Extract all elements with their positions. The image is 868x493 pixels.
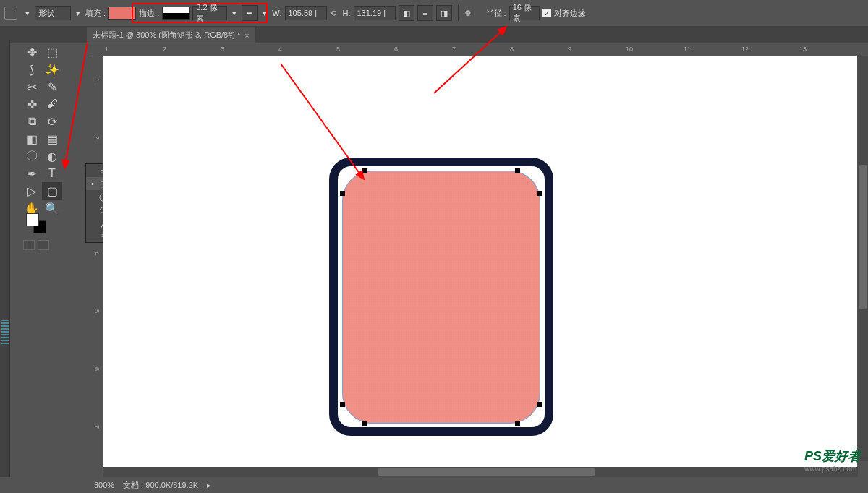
gear-icon[interactable]: ⚙: [464, 9, 472, 18]
svg-line-1: [281, 64, 364, 179]
v-scroll-thumb[interactable]: [859, 165, 867, 309]
lasso-tool[interactable]: ⟆: [22, 61, 42, 78]
shape-mode-chev[interactable]: ▾: [74, 6, 82, 20]
vertical-ruler: 1 2 3 4 5 6 7: [90, 56, 103, 471]
healing-tool[interactable]: ✜: [22, 95, 42, 113]
zoom-tool[interactable]: 🔍: [42, 200, 62, 217]
align-edges-checkbox[interactable]: ✓: [542, 9, 551, 17]
dodge-tool[interactable]: ◐: [42, 147, 62, 165]
svg-line-2: [434, 27, 506, 93]
tab-title: 未标题-1 @ 300% (圆角矩形 3, RGB/8#) *: [93, 30, 240, 40]
type-tool[interactable]: T: [42, 165, 62, 182]
active-tool-icon[interactable]: [4, 7, 17, 20]
watermark-url: www.psahz.com: [804, 465, 861, 473]
crop-tool[interactable]: ✂: [22, 78, 42, 95]
stroke-color-swatch[interactable]: [162, 7, 190, 20]
handle-rt[interactable]: [537, 191, 542, 196]
stroke-width-chev[interactable]: ▾: [230, 6, 239, 20]
left-dock-strip: [0, 40, 10, 493]
fill-color-swatch[interactable]: [109, 7, 136, 20]
handle-bl[interactable]: [362, 421, 367, 426]
watermark-logo: PS爱好者: [804, 449, 861, 463]
handle-tr[interactable]: [515, 168, 520, 173]
horizontal-scrollbar[interactable]: [103, 467, 858, 477]
doc-info: 文档 : 900.0K/819.2K: [123, 480, 198, 491]
w-label: W:: [272, 9, 281, 17]
path-align-button[interactable]: ≡: [417, 5, 433, 21]
h-scroll-thumb[interactable]: [378, 468, 595, 476]
handle-br[interactable]: [515, 421, 520, 426]
stroke-style-chev[interactable]: ▾: [260, 6, 269, 20]
annotation-arrow-1: [62, 42, 91, 175]
blur-tool[interactable]: 〇: [22, 147, 42, 165]
pen-tool[interactable]: ✒: [22, 165, 42, 182]
radius-input[interactable]: 16 像素: [509, 6, 540, 20]
width-input[interactable]: 105.59 |: [285, 6, 327, 20]
eraser-tool[interactable]: ◧: [22, 130, 42, 147]
quickmask-button[interactable]: [23, 240, 35, 250]
toolbox: ✥ ⬚ ⟆ ✨ ✂ ✎ ✜ 🖌 ⧉ ⟳ ◧ ▤ 〇 ◐ ✒ T ▷ ▢ ✋ 🔍: [22, 43, 62, 217]
gradient-tool[interactable]: ▤: [42, 130, 62, 147]
stamp-tool[interactable]: ⧉: [22, 113, 42, 130]
tool-dropdown-chev[interactable]: ▾: [23, 6, 32, 20]
history-brush-tool[interactable]: ⟳: [42, 113, 62, 130]
zoom-value[interactable]: 300%: [94, 481, 114, 489]
shape-tool[interactable]: ▢: [42, 182, 62, 200]
brush-tool[interactable]: 🖌: [42, 95, 62, 113]
move-tool[interactable]: ✥: [22, 43, 42, 61]
shape-mode-dropdown[interactable]: 形状: [35, 6, 71, 20]
toolbox-mode-buttons: [23, 240, 49, 250]
handle-lt[interactable]: [340, 191, 345, 196]
h-label: H:: [343, 9, 351, 17]
vertical-scrollbar[interactable]: [858, 56, 868, 461]
stroke-style-button[interactable]: ━: [242, 5, 258, 21]
document-tab[interactable]: 未标题-1 @ 300% (圆角矩形 3, RGB/8#) * ×: [87, 27, 255, 43]
status-bar: 300% 文档 : 900.0K/819.2K ▸: [0, 477, 868, 493]
annotation-arrow-3: [434, 25, 514, 100]
link-wh-icon[interactable]: ⟲: [330, 9, 340, 18]
annotation-arrow-2: [281, 64, 375, 189]
options-bar: ▾ 形状 ▾ 填充 : 描边 : 3.2 像素 ▾ ━ ▾ W: 105.59 …: [0, 0, 868, 26]
height-input[interactable]: 131.19 |: [354, 6, 396, 20]
fill-label: 填充 :: [85, 8, 106, 19]
separator: [458, 5, 459, 21]
eyedropper-tool[interactable]: ✎: [42, 78, 62, 95]
handle-lb[interactable]: [340, 402, 345, 407]
shape-mode-label: 形状: [38, 8, 54, 19]
stroke-label: 描边 :: [139, 8, 159, 19]
magic-wand-tool[interactable]: ✨: [42, 61, 62, 78]
stroke-width-input[interactable]: 3.2 像素: [192, 6, 227, 20]
marquee-tool[interactable]: ⬚: [42, 43, 62, 61]
path-select-tool[interactable]: ▷: [22, 182, 42, 200]
canvas[interactable]: [103, 56, 857, 471]
selection-path: [342, 171, 540, 424]
radius-label: 半径 :: [486, 8, 506, 19]
align-edges-label: 对齐边缘: [554, 8, 586, 19]
status-chev[interactable]: ▸: [207, 481, 211, 490]
handle-rb[interactable]: [537, 402, 542, 407]
path-combine-button[interactable]: ◧: [399, 5, 414, 21]
close-icon[interactable]: ×: [244, 31, 249, 40]
foreground-color[interactable]: [26, 213, 39, 226]
svg-line-0: [64, 42, 88, 168]
panel-grip[interactable]: [1, 320, 9, 346]
path-arrange-button[interactable]: ◨: [436, 5, 452, 21]
watermark: PS爱好者 www.psahz.com: [804, 447, 861, 473]
screenmode-button[interactable]: [38, 240, 49, 250]
